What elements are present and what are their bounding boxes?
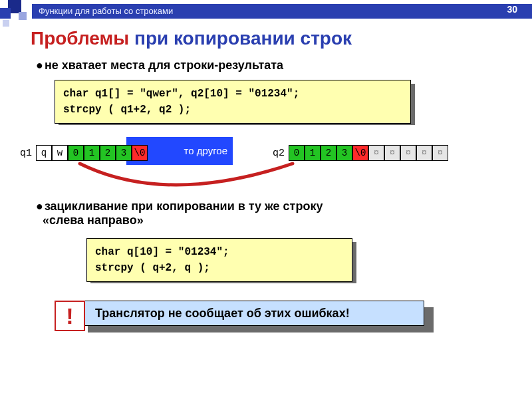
title-problem: Проблемы: [31, 28, 129, 49]
q2-cell-8: ¤: [416, 145, 432, 161]
memory-row-q1: q1 qw0123\0: [20, 145, 148, 161]
page-title: Проблемы при копировании строк: [31, 28, 352, 49]
q2-cell-4: \0: [352, 145, 368, 161]
warning-badge: !: [55, 301, 85, 331]
q2-label: q2: [273, 148, 285, 159]
q1-cell-2: 0: [68, 145, 84, 161]
q1-label: q1: [20, 148, 32, 159]
breadcrumb: Функции для работы со строками: [32, 4, 532, 19]
overflow-arrow: [66, 160, 332, 200]
q1-cell-6: \0: [132, 145, 148, 161]
title-rest: при копировании строк: [129, 28, 352, 49]
q1-cell-5: 3: [116, 145, 132, 161]
q2-cell-5: ¤: [368, 145, 384, 161]
warning-text: Транслятор не сообщает об этих ошибках!: [78, 301, 424, 326]
q1-cell-4: 2: [100, 145, 116, 161]
q2-cell-9: ¤: [432, 145, 448, 161]
q2-cell-6: ¤: [384, 145, 400, 161]
warning-block: ! Транслятор не сообщает об этих ошибках…: [55, 301, 424, 331]
bullet-1: ●не хватает места для строки-результата: [36, 59, 283, 72]
corner-decoration: [0, 0, 31, 31]
q2-cell-7: ¤: [400, 145, 416, 161]
page-number: 30: [507, 4, 517, 15]
q2-cell-1: 1: [305, 145, 321, 161]
q2-cell-3: 3: [336, 145, 352, 161]
bullet-2: ●зацикливание при копировании в ту же ст…: [36, 200, 501, 227]
q1-cell-3: 1: [84, 145, 100, 161]
memory-row-q2: q2 0123\0¤¤¤¤¤: [273, 145, 448, 161]
codebox-2: char q[10] = "01234"; strcpy ( q+2, q );: [86, 238, 352, 282]
q2-cell-0: 0: [289, 145, 305, 161]
q1-cell-0: q: [36, 145, 52, 161]
codebox-1: char q1[] = "qwer", q2[10] = "01234"; st…: [55, 80, 411, 124]
q1-cell-1: w: [52, 145, 68, 161]
q2-cell-2: 2: [321, 145, 336, 161]
